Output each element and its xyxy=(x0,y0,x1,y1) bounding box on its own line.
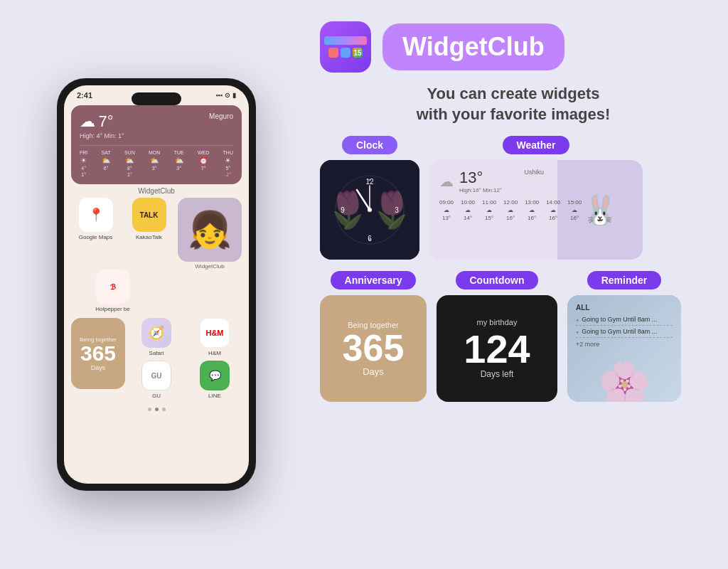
icon-bottom-dots: 15 xyxy=(328,48,363,58)
phone-time: 2:41 xyxy=(77,91,92,100)
cloud-icon: ☁ xyxy=(439,173,454,190)
dot-1 xyxy=(148,408,151,411)
gu-icon: GU xyxy=(141,361,171,390)
phone-widget-label: WidgetClub xyxy=(64,187,249,195)
line-icon: 💬 xyxy=(200,361,230,390)
safari-label: Safari xyxy=(149,350,164,356)
tagline-line1: You can create widgets xyxy=(320,84,707,105)
phone-temp: 7° xyxy=(98,112,113,130)
reminder-all: ALL xyxy=(576,304,673,312)
reminder-content: ALL ● Going to Gym Until 8am ... ● Going… xyxy=(576,304,673,348)
widget-row-bottom: Anniversary Being together 365 Days Coun… xyxy=(320,271,707,402)
countdown-demo: my birthday 124 Days left xyxy=(437,295,557,402)
clock-badge: Clock xyxy=(342,136,397,154)
reminder-section: Reminder 🌸 ALL ● Going to Gym Until 8am … xyxy=(567,271,681,402)
ann-number: 365 xyxy=(77,343,119,364)
app-hotpepper[interactable]: ℬ Hotpepper be xyxy=(71,270,154,312)
widgetclub-photo-label: WidgetClub xyxy=(178,263,242,270)
weather-demo-hours: 09:00☁13° 10:00☁14° 11:00☁15° 12:00☁16° … xyxy=(439,199,633,221)
dot-2 xyxy=(155,408,159,411)
widget-row-top: Clock 🌷🌷 12 3 6 9 xyxy=(320,136,707,260)
app-gu[interactable]: GU GU xyxy=(129,361,183,399)
countdown-sub: Days left xyxy=(481,369,514,379)
app-row2: ℬ Hotpepper be xyxy=(64,270,249,314)
app-name-badge: WidgetClub xyxy=(382,23,564,70)
svg-text:6: 6 xyxy=(368,235,372,243)
anniversary-demo: Being together 365 Days xyxy=(320,295,427,402)
photo-widget-area: 👧 WidgetClub xyxy=(178,198,242,270)
anniversary-section: Anniversary Being together 365 Days xyxy=(320,271,427,402)
hm-label: H&M xyxy=(208,350,221,356)
svg-line-5 xyxy=(357,190,370,210)
svg-text:9: 9 xyxy=(341,206,345,214)
icon-dot-15: 15 xyxy=(353,48,363,58)
phone-app-grid: 📍 Google Maps TALK KakaoTalk 👧 WidgetClu… xyxy=(64,198,249,270)
gu-label: GU xyxy=(152,393,161,399)
countdown-badge: Countdown xyxy=(456,271,539,289)
right-panel: 15 WidgetClub You can create widgets wit… xyxy=(313,0,728,569)
left-panel: 2:41 ▪▪▪ ⊙ ▮ ☁ 7° Meguro High: 4° Min: 1… xyxy=(0,0,313,569)
dot-3 xyxy=(162,408,166,411)
ann-demo-label: Being together xyxy=(348,321,399,329)
ann-label: Being together xyxy=(77,336,119,343)
svg-point-9 xyxy=(369,239,371,241)
tagline: You can create widgets with your favorit… xyxy=(320,84,707,124)
phone-weather-icon: ☁ xyxy=(80,112,95,130)
clock-widget-demo: 🌷🌷 12 3 6 9 xyxy=(320,160,419,260)
line-label: LINE xyxy=(208,393,221,399)
ann-demo-days: Days xyxy=(363,366,384,377)
reminder-demo: 🌸 ALL ● Going to Gym Until 8am ... ● Goi… xyxy=(567,295,681,402)
widgetclub-app-icon: 15 xyxy=(320,21,371,73)
maps-icon: 📍 xyxy=(79,198,113,232)
weather-demo-location: Ushiku xyxy=(524,169,544,176)
phone-notch xyxy=(132,92,181,105)
hotpepper-label: Hotpepper be xyxy=(95,306,129,312)
anniversary-badge: Anniversary xyxy=(331,271,417,289)
app-maps[interactable]: 📍 Google Maps xyxy=(71,198,120,240)
weather-demo-content: Ushiku ☁ 13° High:16° Min:12° 09:00☁13° … xyxy=(439,169,633,221)
icon-dot-blue xyxy=(341,48,350,58)
photo-widget: 👧 xyxy=(178,198,242,262)
phone-bottom-grid: Being together 365 Days 🧭 Safari GU GU xyxy=(64,314,249,403)
countdown-title: my birthday xyxy=(477,318,518,326)
safari-icon: 🧭 xyxy=(141,318,171,348)
reminder-item-1: ● Going to Gym Until 8am ... xyxy=(576,314,673,326)
phone-col3: H&M H&M 💬 LINE xyxy=(188,318,242,399)
weather-demo-temp: 13° xyxy=(459,169,502,187)
icon-dot-red xyxy=(328,48,338,58)
phone-frame: 2:41 ▪▪▪ ⊙ ▮ ☁ 7° Meguro High: 4° Min: 1… xyxy=(57,78,256,491)
phone-col2: 🧭 Safari GU GU xyxy=(129,318,183,399)
hotpepper-icon: ℬ xyxy=(96,270,130,304)
reminder-more: +2 more xyxy=(576,341,673,348)
app-header: 15 WidgetClub xyxy=(320,21,707,73)
maps-label: Google Maps xyxy=(79,234,113,240)
weather-demo-highlow: High:16° Min:12° xyxy=(459,187,502,193)
phone-location: Meguro xyxy=(209,112,233,120)
weather-badge: Weather xyxy=(503,136,570,154)
battery-icon: ▮ xyxy=(232,92,236,99)
phone-weather-days: FRI☀4°1° SAT⛅6° SUN⛅8°1° MON⛅3° TUE⛅3° W… xyxy=(80,145,233,177)
kakao-icon: TALK xyxy=(132,198,166,232)
app-line[interactable]: 💬 LINE xyxy=(188,361,242,399)
clock-svg: 12 3 6 9 xyxy=(334,174,405,245)
kakao-label: KakaoTalk xyxy=(136,234,162,240)
app-name-text: WidgetClub xyxy=(402,32,545,61)
ann-demo-number: 365 xyxy=(343,329,405,366)
icon-top-bar xyxy=(324,36,367,45)
app-kakao[interactable]: TALK KakaoTalk xyxy=(124,198,173,240)
app-safari[interactable]: 🧭 Safari xyxy=(129,318,183,356)
countdown-section: Countdown my birthday 124 Days left xyxy=(437,271,557,402)
tagline-line2: with your favorite images! xyxy=(320,105,707,125)
hm-icon: H&M xyxy=(200,318,230,348)
reminder-badge: Reminder xyxy=(587,271,662,289)
phone-anniversary-widget: Being together 365 Days xyxy=(71,318,125,389)
status-icons: ▪▪▪ ⊙ ▮ xyxy=(215,92,236,99)
clock-section: Clock 🌷🌷 12 3 6 9 xyxy=(320,136,419,260)
page-dots xyxy=(64,403,249,415)
wifi-icon: ⊙ xyxy=(225,92,230,99)
reminder-item-2: ● Going to Gym Until 8am ... xyxy=(576,326,673,338)
countdown-number: 124 xyxy=(464,329,530,369)
phone-screen: 2:41 ▪▪▪ ⊙ ▮ ☁ 7° Meguro High: 4° Min: 1… xyxy=(64,85,249,484)
weather-section: Weather 🐰 Ushiku ☁ 13° High:16° Min:12° … xyxy=(429,136,643,260)
app-hm[interactable]: H&M H&M xyxy=(188,318,242,356)
